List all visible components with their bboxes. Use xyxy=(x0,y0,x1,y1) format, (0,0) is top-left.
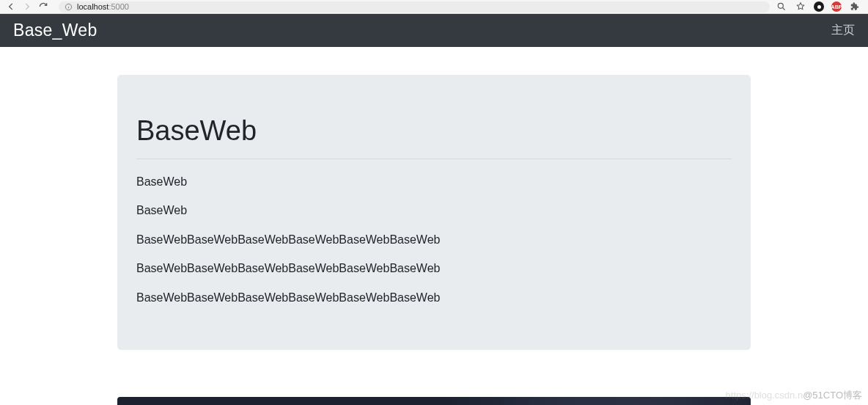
watermark-text: https://blog.csdn.n@51CTO博客 xyxy=(726,389,862,402)
lead-paragraph: BaseWeb xyxy=(136,202,732,219)
page-title: BaseWeb xyxy=(136,115,732,159)
svg-point-3 xyxy=(778,3,783,8)
bookmark-star-icon[interactable] xyxy=(795,1,806,12)
url-path: :5000 xyxy=(108,2,129,11)
hero-banner xyxy=(117,397,751,405)
toolbar-right: ABP xyxy=(776,1,864,12)
page-content: BaseWeb BaseWeb BaseWeb BaseWebBaseWebBa… xyxy=(0,47,868,350)
lead-paragraph: BaseWebBaseWebBaseWebBaseWebBaseWebBaseW… xyxy=(136,260,732,277)
svg-line-4 xyxy=(783,8,785,10)
extensions-icon[interactable] xyxy=(849,1,861,12)
watermark-label: @51CTO博客 xyxy=(803,390,862,401)
app-navbar: Base_Web 主页 xyxy=(0,14,868,47)
nav-home-link[interactable]: 主页 xyxy=(831,23,855,38)
address-bar[interactable]: localhost:5000 xyxy=(59,1,770,12)
extension-red-icon[interactable]: ABP xyxy=(831,1,842,12)
extension-circle-icon[interactable] xyxy=(814,1,824,12)
watermark-url: https://blog.csdn.n xyxy=(726,390,803,401)
jumbotron: BaseWeb BaseWeb BaseWeb BaseWebBaseWebBa… xyxy=(117,75,751,350)
forward-button[interactable] xyxy=(21,0,34,13)
brand-title[interactable]: Base_Web xyxy=(13,21,98,40)
lead-paragraph: BaseWebBaseWebBaseWebBaseWebBaseWebBaseW… xyxy=(136,290,732,306)
back-button[interactable] xyxy=(4,0,18,13)
zoom-icon[interactable] xyxy=(776,1,787,12)
lead-paragraph: BaseWeb xyxy=(136,174,732,190)
reload-button[interactable] xyxy=(37,0,50,13)
site-info-icon[interactable] xyxy=(65,3,73,11)
browser-toolbar: localhost:5000 ABP xyxy=(0,0,868,14)
lead-paragraph: BaseWebBaseWebBaseWebBaseWebBaseWebBaseW… xyxy=(136,232,732,248)
url-host: localhost xyxy=(77,2,108,11)
